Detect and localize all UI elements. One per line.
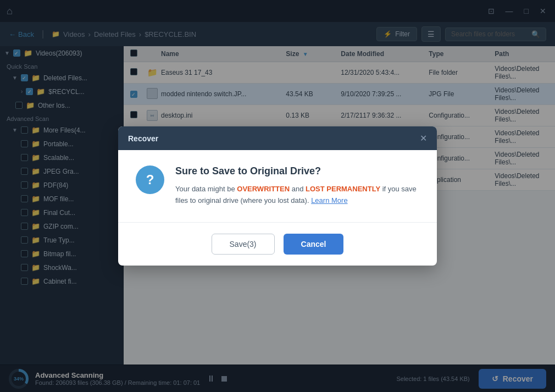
modal-question-mark: ? [146, 172, 154, 187]
modal-desc-pre: Your data might be [175, 185, 237, 193]
modal-dialog: Recover ✕ ? Sure to Save to Original Dri… [118, 126, 437, 266]
modal-close-button[interactable]: ✕ [420, 133, 427, 143]
modal-footer: Save(3) Cancel [118, 222, 437, 266]
modal-body: ? Sure to Save to Original Drive? Your d… [118, 150, 437, 222]
modal-header: Recover ✕ [118, 126, 437, 150]
modal-question-circle: ? [136, 165, 164, 194]
learn-more-link[interactable]: Learn More [311, 196, 347, 205]
modal-content: ? Sure to Save to Original Drive? Your d… [136, 165, 419, 207]
modal-overwrite-text: OVERWRITTEN [237, 185, 290, 193]
modal-heading: Sure to Save to Original Drive? [175, 165, 419, 177]
modal-text-area: Sure to Save to Original Drive? Your dat… [175, 165, 419, 207]
save-button[interactable]: Save(3) [212, 234, 275, 255]
modal-description: Your data might be OVERWRITTEN and LOST … [175, 184, 419, 207]
modal-title: Recover [128, 134, 158, 143]
modal-overlay: Recover ✕ ? Sure to Save to Original Dri… [0, 0, 555, 392]
modal-lost-text: LOST PERMANENTLY [306, 185, 380, 193]
cancel-button[interactable]: Cancel [284, 234, 344, 255]
modal-desc-mid: and [290, 185, 306, 193]
